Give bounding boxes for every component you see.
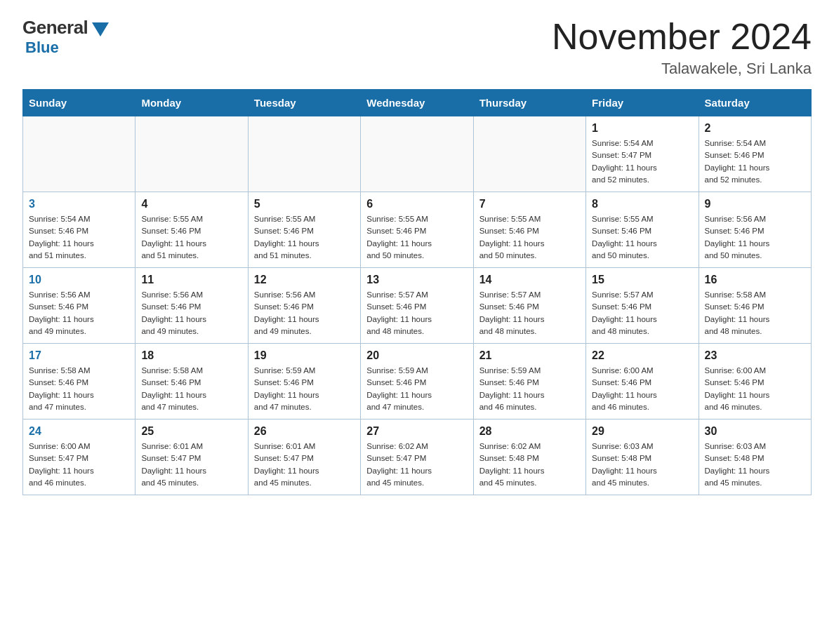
day-info: Sunrise: 5:58 AMSunset: 5:46 PMDaylight:… — [29, 365, 129, 413]
day-number: 25 — [141, 425, 241, 438]
calendar-cell: 22Sunrise: 6:00 AMSunset: 5:46 PMDayligh… — [586, 344, 699, 420]
day-number: 17 — [29, 349, 129, 362]
day-info: Sunrise: 5:57 AMSunset: 5:46 PMDaylight:… — [592, 289, 692, 337]
day-number: 7 — [479, 198, 580, 210]
calendar-week-5: 24Sunrise: 6:00 AMSunset: 5:47 PMDayligh… — [23, 420, 812, 495]
logo-blue-text: Blue — [25, 39, 59, 57]
calendar-week-4: 17Sunrise: 5:58 AMSunset: 5:46 PMDayligh… — [23, 344, 812, 420]
calendar-cell: 14Sunrise: 5:57 AMSunset: 5:46 PMDayligh… — [473, 268, 585, 344]
calendar-cell: 18Sunrise: 5:58 AMSunset: 5:46 PMDayligh… — [135, 344, 248, 420]
day-number: 13 — [366, 274, 467, 286]
calendar-cell: 29Sunrise: 6:03 AMSunset: 5:48 PMDayligh… — [586, 420, 699, 495]
day-info: Sunrise: 5:58 AMSunset: 5:46 PMDaylight:… — [705, 289, 805, 337]
calendar-cell: 8Sunrise: 5:55 AMSunset: 5:46 PMDaylight… — [586, 192, 699, 268]
weekday-header-saturday: Saturday — [699, 90, 811, 116]
day-number: 9 — [705, 198, 805, 210]
title-block: November 2024 Talawakele, Sri Lanka — [552, 17, 812, 78]
day-number: 10 — [29, 274, 129, 286]
day-number: 30 — [705, 425, 805, 438]
weekday-header-friday: Friday — [586, 90, 699, 116]
day-info: Sunrise: 5:59 AMSunset: 5:46 PMDaylight:… — [254, 365, 355, 413]
calendar-header: SundayMondayTuesdayWednesdayThursdayFrid… — [23, 90, 812, 116]
day-number: 29 — [592, 425, 692, 438]
day-info: Sunrise: 6:00 AMSunset: 5:46 PMDaylight:… — [705, 365, 805, 413]
weekday-header-thursday: Thursday — [473, 90, 585, 116]
calendar-title: November 2024 — [552, 17, 812, 57]
calendar-week-1: 1Sunrise: 5:54 AMSunset: 5:47 PMDaylight… — [23, 116, 812, 192]
calendar-week-3: 10Sunrise: 5:56 AMSunset: 5:46 PMDayligh… — [23, 268, 812, 344]
day-info: Sunrise: 5:58 AMSunset: 5:46 PMDaylight:… — [141, 365, 241, 413]
calendar-cell: 27Sunrise: 6:02 AMSunset: 5:47 PMDayligh… — [361, 420, 473, 495]
calendar-cell: 11Sunrise: 5:56 AMSunset: 5:46 PMDayligh… — [135, 268, 248, 344]
day-number: 16 — [705, 274, 805, 286]
day-number: 3 — [29, 198, 129, 210]
weekday-header-row: SundayMondayTuesdayWednesdayThursdayFrid… — [23, 90, 812, 116]
calendar-cell: 12Sunrise: 5:56 AMSunset: 5:46 PMDayligh… — [248, 268, 360, 344]
day-number: 27 — [366, 425, 467, 438]
day-info: Sunrise: 5:56 AMSunset: 5:46 PMDaylight:… — [141, 289, 241, 337]
day-info: Sunrise: 6:01 AMSunset: 5:47 PMDaylight:… — [254, 441, 355, 489]
day-info: Sunrise: 6:02 AMSunset: 5:47 PMDaylight:… — [366, 441, 467, 489]
weekday-header-monday: Monday — [135, 90, 248, 116]
calendar-cell: 28Sunrise: 6:02 AMSunset: 5:48 PMDayligh… — [473, 420, 585, 495]
calendar-cell — [135, 116, 248, 192]
calendar-cell: 26Sunrise: 6:01 AMSunset: 5:47 PMDayligh… — [248, 420, 360, 495]
day-number: 26 — [254, 425, 355, 438]
calendar-cell: 16Sunrise: 5:58 AMSunset: 5:46 PMDayligh… — [699, 268, 811, 344]
weekday-header-sunday: Sunday — [23, 90, 135, 116]
day-info: Sunrise: 6:03 AMSunset: 5:48 PMDaylight:… — [705, 441, 805, 489]
day-number: 12 — [254, 274, 355, 286]
day-info: Sunrise: 5:57 AMSunset: 5:46 PMDaylight:… — [366, 289, 467, 337]
weekday-header-tuesday: Tuesday — [248, 90, 360, 116]
day-number: 15 — [592, 274, 692, 286]
day-number: 24 — [29, 425, 129, 438]
day-info: Sunrise: 5:55 AMSunset: 5:46 PMDaylight:… — [479, 213, 580, 262]
calendar-cell: 10Sunrise: 5:56 AMSunset: 5:46 PMDayligh… — [23, 268, 135, 344]
calendar-cell — [361, 116, 473, 192]
day-number: 11 — [141, 274, 241, 286]
calendar-body: 1Sunrise: 5:54 AMSunset: 5:47 PMDaylight… — [23, 116, 812, 495]
day-info: Sunrise: 5:54 AMSunset: 5:47 PMDaylight:… — [592, 137, 692, 186]
calendar-cell: 5Sunrise: 5:55 AMSunset: 5:46 PMDaylight… — [248, 192, 360, 268]
day-number: 22 — [592, 349, 692, 362]
day-number: 20 — [366, 349, 467, 362]
day-number: 19 — [254, 349, 355, 362]
calendar-location: Talawakele, Sri Lanka — [552, 60, 812, 78]
calendar-cell: 24Sunrise: 6:00 AMSunset: 5:47 PMDayligh… — [23, 420, 135, 495]
calendar-cell: 9Sunrise: 5:56 AMSunset: 5:46 PMDaylight… — [699, 192, 811, 268]
calendar-week-2: 3Sunrise: 5:54 AMSunset: 5:46 PMDaylight… — [23, 192, 812, 268]
day-number: 28 — [479, 425, 580, 438]
calendar-cell: 19Sunrise: 5:59 AMSunset: 5:46 PMDayligh… — [248, 344, 360, 420]
calendar-cell: 13Sunrise: 5:57 AMSunset: 5:46 PMDayligh… — [361, 268, 473, 344]
day-info: Sunrise: 5:55 AMSunset: 5:46 PMDaylight:… — [366, 213, 467, 262]
calendar-cell: 21Sunrise: 5:59 AMSunset: 5:46 PMDayligh… — [473, 344, 585, 420]
page-header: General Blue November 2024 Talawakele, S… — [22, 17, 812, 78]
calendar-cell: 25Sunrise: 6:01 AMSunset: 5:47 PMDayligh… — [135, 420, 248, 495]
day-number: 21 — [479, 349, 580, 362]
calendar-cell: 2Sunrise: 5:54 AMSunset: 5:46 PMDaylight… — [699, 116, 811, 192]
day-number: 5 — [254, 198, 355, 210]
day-info: Sunrise: 5:57 AMSunset: 5:46 PMDaylight:… — [479, 289, 580, 337]
day-number: 2 — [705, 122, 805, 135]
day-info: Sunrise: 5:56 AMSunset: 5:46 PMDaylight:… — [705, 213, 805, 262]
calendar-table: SundayMondayTuesdayWednesdayThursdayFrid… — [22, 89, 812, 495]
calendar-cell — [248, 116, 360, 192]
calendar-cell: 15Sunrise: 5:57 AMSunset: 5:46 PMDayligh… — [586, 268, 699, 344]
calendar-cell: 4Sunrise: 5:55 AMSunset: 5:46 PMDaylight… — [135, 192, 248, 268]
logo: General Blue — [22, 17, 109, 57]
day-number: 18 — [141, 349, 241, 362]
calendar-cell: 3Sunrise: 5:54 AMSunset: 5:46 PMDaylight… — [23, 192, 135, 268]
weekday-header-wednesday: Wednesday — [361, 90, 473, 116]
day-number: 14 — [479, 274, 580, 286]
calendar-cell: 1Sunrise: 5:54 AMSunset: 5:47 PMDaylight… — [586, 116, 699, 192]
calendar-cell: 23Sunrise: 6:00 AMSunset: 5:46 PMDayligh… — [699, 344, 811, 420]
day-number: 6 — [366, 198, 467, 210]
calendar-cell: 7Sunrise: 5:55 AMSunset: 5:46 PMDaylight… — [473, 192, 585, 268]
day-info: Sunrise: 5:55 AMSunset: 5:46 PMDaylight:… — [254, 213, 355, 262]
day-info: Sunrise: 5:59 AMSunset: 5:46 PMDaylight:… — [366, 365, 467, 413]
calendar-cell — [473, 116, 585, 192]
day-number: 23 — [705, 349, 805, 362]
logo-general-text: General — [22, 17, 88, 39]
day-info: Sunrise: 5:55 AMSunset: 5:46 PMDaylight:… — [141, 213, 241, 262]
calendar-cell: 30Sunrise: 6:03 AMSunset: 5:48 PMDayligh… — [699, 420, 811, 495]
